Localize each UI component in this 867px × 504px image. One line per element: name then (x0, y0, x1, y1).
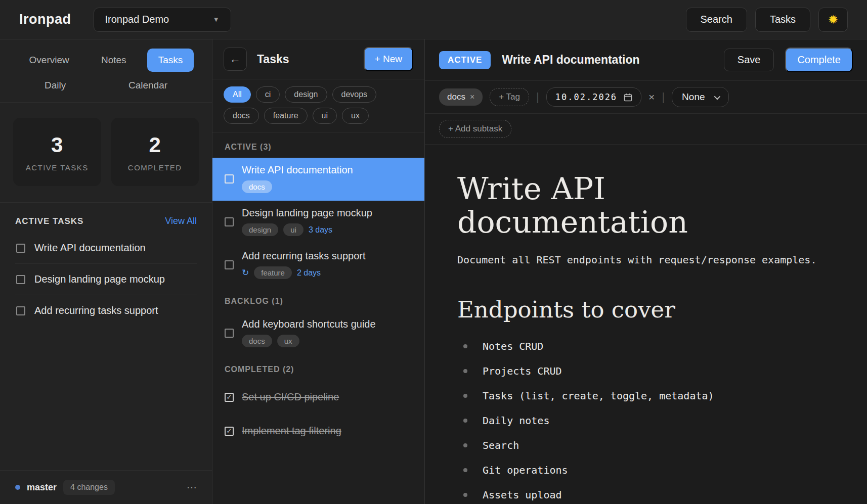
sidebar-item-tasks[interactable]: Tasks (147, 49, 194, 72)
list-item: Daily notes (457, 415, 839, 427)
filter-devops[interactable]: devops (332, 86, 377, 103)
tag-label: docs (447, 92, 465, 102)
new-task-button[interactable]: + New (364, 47, 413, 71)
checkbox[interactable] (16, 244, 25, 253)
filter-feature[interactable]: feature (264, 108, 308, 124)
task-label: Write API documentation (34, 242, 146, 254)
tag-badge: ux (277, 335, 299, 347)
recurring-icon: ↻ (242, 267, 249, 278)
checkbox[interactable] (225, 260, 234, 269)
divider: | (536, 90, 539, 104)
due-label: 2 days (297, 268, 321, 278)
checkbox[interactable] (16, 275, 25, 284)
checkbox[interactable] (225, 174, 234, 184)
task-row-completed[interactable]: ✓ Set up CI/CD pipeline (212, 380, 424, 414)
workspace-name: Ironpad Demo (105, 14, 169, 25)
divider: | (662, 90, 665, 104)
git-status-bar: master 4 changes ⋯ (0, 470, 212, 504)
changes-badge[interactable]: 4 changes (63, 480, 115, 495)
checkbox[interactable] (225, 217, 234, 226)
bullet-icon (463, 443, 467, 447)
filter-ui[interactable]: ui (313, 108, 337, 124)
task-row[interactable]: Add recurring tasks support ↻ feature 2 … (212, 244, 424, 287)
filter-ci[interactable]: ci (256, 86, 280, 103)
completed-count: 2 (111, 133, 199, 157)
task-title: Design landing page mockup (242, 207, 372, 219)
chevron-down-icon: ▼ (213, 16, 220, 23)
sidebar-nav: Overview Notes Tasks Daily Calendar (0, 39, 212, 102)
task-row[interactable]: Add keyboard shortcuts guide docs ux (212, 312, 424, 355)
bullet-icon (463, 419, 467, 423)
task-row-completed[interactable]: ✓ Implement tag filtering (212, 414, 424, 448)
document-subheading: Endpoints to cover (457, 296, 839, 323)
status-badge: ACTIVE (439, 51, 491, 69)
list-item: Git operations (457, 464, 839, 476)
bullet-icon (463, 493, 467, 497)
list-item: Projects CRUD (457, 365, 839, 377)
task-title: Add keyboard shortcuts guide (242, 318, 376, 330)
active-tasks-section: ACTIVE TASKS View All Write API document… (0, 203, 212, 326)
list-item[interactable]: Design landing page mockup (15, 264, 197, 295)
add-subtask-button[interactable]: + Add subtask (439, 120, 511, 138)
active-tasks-label: ACTIVE TASKS (13, 163, 101, 172)
workspace-selector[interactable]: Ironpad Demo ▼ (94, 8, 231, 32)
sidebar-item-overview[interactable]: Overview (18, 49, 80, 72)
list-item: Tasks (list, create, toggle, metadata) (457, 390, 839, 402)
filter-ux[interactable]: ux (342, 108, 369, 124)
panel-title: Tasks (257, 53, 289, 66)
checkbox[interactable] (225, 329, 234, 338)
section-header-active: ACTIVE (3) (212, 132, 424, 158)
view-all-link[interactable]: View All (165, 216, 197, 226)
task-title: Write API documentation (242, 164, 353, 176)
tag-badge: design (242, 223, 278, 236)
due-date-input[interactable]: 10.02.2026 (546, 87, 641, 107)
app-logo: Ironpad (19, 12, 71, 27)
task-label: Design landing page mockup (34, 273, 165, 285)
back-button[interactable]: ← (224, 48, 247, 71)
tasks-button[interactable]: Tasks (755, 8, 810, 32)
sidebar: Overview Notes Tasks Daily Calendar 3 AC… (0, 39, 212, 504)
stats-cards: 3 ACTIVE TASKS 2 COMPLETED (0, 103, 212, 202)
bullet-icon (463, 394, 467, 398)
tag-filter-bar: All ci design devops docs feature ui ux (212, 79, 424, 132)
checkbox-checked[interactable]: ✓ (225, 393, 234, 402)
sidebar-item-daily[interactable]: Daily (33, 74, 77, 97)
task-row-selected[interactable]: Write API documentation docs (212, 158, 424, 201)
priority-value: None (682, 91, 705, 103)
list-item[interactable]: Write API documentation (15, 233, 197, 264)
sidebar-item-calendar[interactable]: Calendar (117, 74, 179, 97)
calendar-icon (624, 93, 632, 102)
complete-button[interactable]: Complete (785, 48, 853, 72)
filter-design[interactable]: design (285, 86, 327, 103)
branch-dot-icon (15, 485, 20, 490)
filter-all[interactable]: All (224, 86, 251, 103)
section-header-completed: COMPLETED (2) (212, 355, 424, 380)
section-header-backlog: BACKLOG (1) (212, 287, 424, 312)
add-tag-button[interactable]: + Tag (490, 88, 529, 106)
task-title: Add recurring tasks support (242, 250, 366, 262)
list-item: Search (457, 439, 839, 451)
tag-badge: docs (242, 180, 272, 193)
list-item[interactable]: Add recurring tasks support (15, 295, 197, 326)
tag-badge: ui (283, 223, 304, 236)
tag-badge: docs (242, 335, 272, 347)
clear-date-icon[interactable]: × (648, 91, 655, 103)
tag-chip-docs[interactable]: docs × (439, 88, 483, 106)
back-arrow-icon: ← (230, 53, 241, 66)
search-button[interactable]: Search (686, 8, 747, 32)
sidebar-item-notes[interactable]: Notes (90, 49, 138, 72)
document-body[interactable]: Write API documentation Document all RES… (425, 145, 867, 504)
save-button[interactable]: Save (724, 49, 774, 71)
detail-title: Write API documentation (502, 53, 639, 67)
list-item: Assets upload (457, 489, 839, 501)
checkbox[interactable] (16, 306, 25, 315)
task-row[interactable]: Design landing page mockup design ui 3 d… (212, 201, 424, 244)
priority-select[interactable]: None (672, 87, 728, 107)
filter-docs[interactable]: docs (224, 108, 259, 124)
more-options-icon[interactable]: ⋯ (187, 481, 197, 493)
checkbox-checked[interactable]: ✓ (225, 427, 234, 436)
theme-toggle-button[interactable]: ✹ (818, 8, 848, 32)
topbar: Ironpad Ironpad Demo ▼ Search Tasks ✹ (0, 0, 867, 39)
remove-tag-icon[interactable]: × (470, 93, 474, 102)
document-heading: Write API documentation (457, 172, 839, 239)
